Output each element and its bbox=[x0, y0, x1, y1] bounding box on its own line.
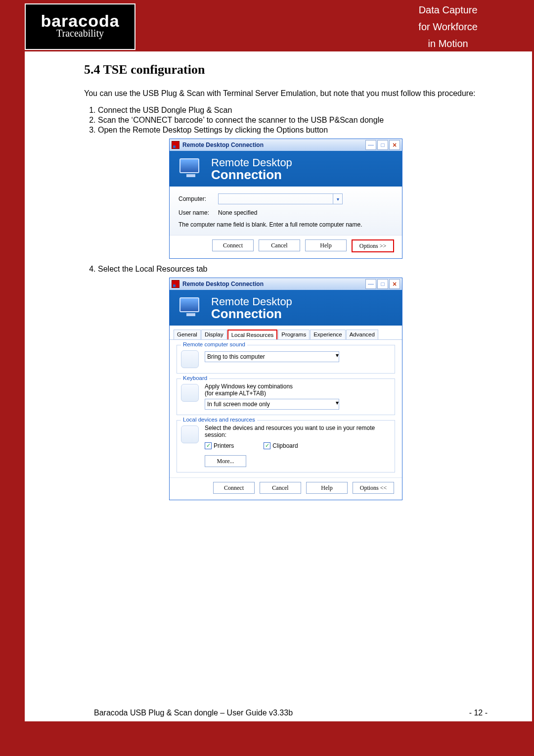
maximize-button[interactable]: □ bbox=[377, 279, 388, 289]
more-button[interactable]: More... bbox=[205, 455, 246, 467]
rdc-window-tabs: Remote Desktop Connection — □ × Remote D… bbox=[169, 278, 402, 500]
tab-general[interactable]: General bbox=[174, 330, 201, 339]
sound-select[interactable]: Bring to this computer ▾ bbox=[205, 351, 339, 362]
header-bar: baracoda Traceability Data Capture for W… bbox=[25, 2, 532, 51]
rdc-icon bbox=[172, 280, 179, 288]
window-controls: — □ × bbox=[365, 140, 400, 150]
list-item: Open the Remote Desktop Settings by clic… bbox=[98, 126, 488, 135]
check-icon: ✓ bbox=[205, 442, 212, 449]
connect-button[interactable]: Connect bbox=[213, 482, 255, 494]
list-item: Connect the USB Dongle Plug & Scan bbox=[98, 106, 488, 115]
banner-line2: Connection bbox=[211, 308, 300, 320]
keyboard-value: In full screen mode only bbox=[205, 399, 336, 409]
tagline-line: Data Capture bbox=[418, 1, 478, 18]
footer-right: - 12 - bbox=[469, 709, 488, 717]
footer-left: Baracoda USB Plug & Scan dongle – User G… bbox=[94, 709, 293, 717]
chevron-down-icon[interactable]: ▾ bbox=[336, 399, 339, 409]
window-controls: — □ × bbox=[365, 279, 400, 289]
fieldset-keyboard: Keyboard Apply Windows key combinations … bbox=[177, 378, 395, 415]
close-button[interactable]: × bbox=[389, 140, 400, 150]
content: 5.4 TSE configuration You can use the US… bbox=[25, 51, 532, 500]
steps-list-b: Select the Local Resources tab bbox=[98, 265, 488, 274]
fieldset-sound: Remote computer sound Bring to this comp… bbox=[177, 345, 395, 374]
header-tagline: Data Capture for Workforce in Motion bbox=[418, 1, 532, 52]
printers-label: Printers bbox=[214, 442, 234, 449]
tab-advanced[interactable]: Advanced bbox=[346, 330, 378, 339]
legend-sound: Remote computer sound bbox=[181, 341, 247, 347]
maximize-button[interactable]: □ bbox=[377, 140, 388, 150]
tagline-line: for Workforce bbox=[418, 18, 478, 35]
rdc-window-simple: Remote Desktop Connection — □ × Remote D… bbox=[169, 139, 402, 259]
window-title: Remote Desktop Connection bbox=[182, 142, 365, 148]
printers-checkbox[interactable]: ✓ Printers bbox=[205, 442, 234, 449]
window-title: Remote Desktop Connection bbox=[182, 281, 365, 287]
speaker-icon bbox=[181, 350, 199, 368]
fieldset-local: Local devices and resources Select the d… bbox=[177, 420, 395, 472]
page: baracoda Traceability Data Capture for W… bbox=[0, 0, 534, 756]
chevron-down-icon[interactable]: ▾ bbox=[336, 352, 339, 362]
logo-main: baracoda bbox=[41, 14, 119, 28]
rdc-banner: Remote Desktop Connection bbox=[170, 151, 402, 187]
computer-value bbox=[219, 194, 333, 204]
titlebar: Remote Desktop Connection — □ × bbox=[170, 139, 402, 151]
help-button[interactable]: Help bbox=[306, 482, 348, 494]
check-icon: ✓ bbox=[264, 442, 270, 449]
tab-programs[interactable]: Programs bbox=[278, 330, 310, 339]
button-row: Connect Cancel Help Options << bbox=[170, 477, 402, 500]
computer-input[interactable]: ▾ bbox=[218, 193, 343, 204]
legend-local: Local devices and resources bbox=[181, 417, 257, 423]
banner-text: Remote Desktop Connection bbox=[211, 156, 300, 181]
titlebar: Remote Desktop Connection — □ × bbox=[170, 278, 402, 290]
section-title: 5.4 TSE configuration bbox=[84, 62, 488, 77]
rdc-banner: Remote Desktop Connection bbox=[170, 290, 402, 326]
rdc-icon bbox=[172, 141, 179, 149]
list-item: Select the Local Resources tab bbox=[98, 265, 488, 274]
list-item: Scan the ‘CONNECT barcode’ to connect th… bbox=[98, 116, 488, 125]
username-label: User name: bbox=[178, 209, 218, 216]
cancel-button[interactable]: Cancel bbox=[260, 482, 301, 494]
monitor-icon bbox=[179, 297, 202, 318]
tagline-line: in Motion bbox=[418, 35, 478, 52]
minimize-button[interactable]: — bbox=[365, 279, 376, 289]
keyboard-desc-l1: Apply Windows key combinations bbox=[205, 383, 391, 390]
tab-local-resources[interactable]: Local Resources bbox=[227, 330, 278, 339]
intro-paragraph: You can use the USB Plug & Scan with Ter… bbox=[84, 89, 488, 98]
computer-label: Computer: bbox=[178, 195, 218, 202]
button-row: Connect Cancel Help Options >> bbox=[170, 235, 402, 258]
tab-display[interactable]: Display bbox=[201, 330, 227, 339]
tabstrip: General Display Local Resources Programs… bbox=[170, 326, 402, 340]
close-button[interactable]: × bbox=[389, 279, 400, 289]
banner-line2: Connection bbox=[211, 169, 300, 181]
tab-experience[interactable]: Experience bbox=[310, 330, 346, 339]
local-desc: Select the devices and resources you wan… bbox=[205, 425, 391, 438]
logo-sub: Traceability bbox=[56, 28, 104, 39]
monitor-icon bbox=[179, 158, 202, 179]
steps-list-a: Connect the USB Dongle Plug & Scan Scan … bbox=[98, 106, 488, 135]
legend-keyboard: Keyboard bbox=[181, 375, 209, 381]
clipboard-label: Clipboard bbox=[272, 442, 298, 449]
rdc-body: Computer: ▾ User name: None specified Th… bbox=[170, 187, 402, 235]
banner-text: Remote Desktop Connection bbox=[211, 295, 300, 320]
help-button[interactable]: Help bbox=[305, 239, 347, 251]
chevron-down-icon[interactable]: ▾ bbox=[333, 194, 342, 204]
options-button[interactable]: Options << bbox=[353, 482, 394, 494]
sound-value: Bring to this computer bbox=[205, 352, 336, 362]
clipboard-checkbox[interactable]: ✓ Clipboard bbox=[264, 442, 298, 449]
options-button[interactable]: Options >> bbox=[352, 239, 394, 252]
logo: baracoda Traceability bbox=[25, 3, 135, 50]
usb-plug-icon bbox=[181, 425, 199, 443]
cancel-button[interactable]: Cancel bbox=[259, 239, 300, 251]
keyboard-select[interactable]: In full screen mode only ▾ bbox=[205, 399, 339, 410]
minimize-button[interactable]: — bbox=[365, 140, 376, 150]
username-value: None specified bbox=[218, 209, 257, 216]
connect-button[interactable]: Connect bbox=[212, 239, 254, 251]
keyboard-desc-l2: (for example ALT+TAB) bbox=[205, 390, 391, 397]
footer: Baracoda USB Plug & Scan dongle – User G… bbox=[94, 709, 488, 717]
hint-text: The computer name field is blank. Enter … bbox=[178, 221, 393, 228]
keyboard-icon bbox=[181, 384, 199, 402]
